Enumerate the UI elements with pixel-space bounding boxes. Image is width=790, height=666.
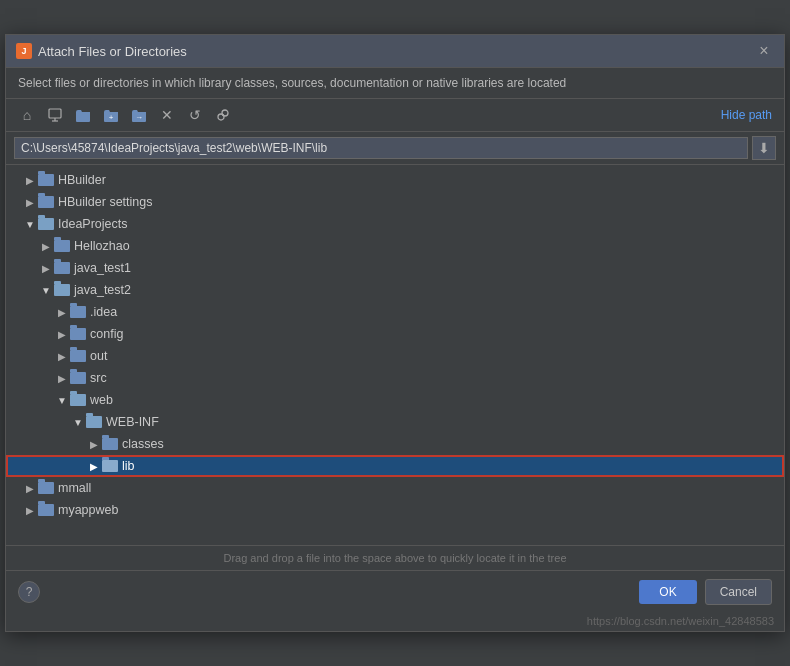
tree-item[interactable]: ▶ mmall bbox=[6, 477, 784, 499]
ok-button[interactable]: OK bbox=[639, 580, 696, 604]
new-folder-button[interactable]: + bbox=[98, 103, 124, 127]
tree-item[interactable]: ▶ HBuilder settings bbox=[6, 191, 784, 213]
svg-text:→: → bbox=[135, 113, 143, 122]
item-label: lib bbox=[122, 459, 135, 473]
folder-icon bbox=[38, 196, 54, 208]
item-label: myappweb bbox=[58, 503, 118, 517]
arrow-icon: ▶ bbox=[54, 370, 70, 386]
url-bar: https://blog.csdn.net/weixin_42848583 bbox=[6, 613, 784, 631]
item-label: java_test1 bbox=[74, 261, 131, 275]
item-label: web bbox=[90, 393, 113, 407]
item-label: .idea bbox=[90, 305, 117, 319]
refresh-button[interactable]: ↺ bbox=[182, 103, 208, 127]
tree-item[interactable]: ▼ IdeaProjects bbox=[6, 213, 784, 235]
folder-icon bbox=[38, 174, 54, 186]
item-label: java_test2 bbox=[74, 283, 131, 297]
arrow-icon: ▶ bbox=[54, 326, 70, 342]
item-label: IdeaProjects bbox=[58, 217, 127, 231]
folder-icon bbox=[70, 372, 86, 384]
toolbar-buttons: ⌂ + → ✕ ↺ bbox=[14, 103, 236, 127]
folder-icon bbox=[86, 416, 102, 428]
tree-item[interactable]: ▶ config bbox=[6, 323, 784, 345]
folder-icon bbox=[70, 328, 86, 340]
folder-icon bbox=[102, 460, 118, 472]
tree-item[interactable]: ▶ src bbox=[6, 367, 784, 389]
drag-hint: Drag and drop a file into the space abov… bbox=[6, 545, 784, 570]
file-tree: ▶ HBuilder ▶ HBuilder settings ▼ IdeaPro… bbox=[6, 165, 784, 545]
folder-icon bbox=[70, 350, 86, 362]
tree-item[interactable]: ▼ web bbox=[6, 389, 784, 411]
path-bar: ⬇ bbox=[6, 132, 784, 165]
dialog-title: Attach Files or Directories bbox=[38, 44, 187, 59]
folder-icon bbox=[54, 262, 70, 274]
item-label: config bbox=[90, 327, 123, 341]
arrow-icon: ▶ bbox=[22, 480, 38, 496]
footer-right: OK Cancel bbox=[639, 579, 772, 605]
title-bar-left: J Attach Files or Directories bbox=[16, 43, 187, 59]
tree-item[interactable]: ▶ out bbox=[6, 345, 784, 367]
footer: ? OK Cancel bbox=[6, 570, 784, 613]
tree-item[interactable]: ▶ myappweb bbox=[6, 499, 784, 521]
arrow-icon: ▶ bbox=[54, 348, 70, 364]
arrow-icon: ▶ bbox=[86, 436, 102, 452]
desktop-button[interactable] bbox=[42, 103, 68, 127]
tree-item[interactable]: ▶ HBuilder bbox=[6, 169, 784, 191]
tree-item[interactable]: ▶ classes bbox=[6, 433, 784, 455]
item-label: Hellozhao bbox=[74, 239, 130, 253]
arrow-icon: ▼ bbox=[22, 216, 38, 232]
arrow-icon: ▼ bbox=[70, 414, 86, 430]
tree-item[interactable]: ▼ WEB-INF bbox=[6, 411, 784, 433]
arrow-icon: ▶ bbox=[54, 304, 70, 320]
folder-icon bbox=[70, 306, 86, 318]
item-label: WEB-INF bbox=[106, 415, 159, 429]
folder-icon bbox=[54, 284, 70, 296]
arrow-icon: ▶ bbox=[22, 194, 38, 210]
path-download-button[interactable]: ⬇ bbox=[752, 136, 776, 160]
toolbar: ⌂ + → ✕ ↺ Hide path bbox=[6, 99, 784, 132]
arrow-icon: ▶ bbox=[38, 238, 54, 254]
arrow-icon: ▶ bbox=[22, 502, 38, 518]
footer-left: ? bbox=[18, 581, 40, 603]
tree-item[interactable]: ▼ java_test2 bbox=[6, 279, 784, 301]
item-label: HBuilder settings bbox=[58, 195, 153, 209]
link-button[interactable] bbox=[210, 103, 236, 127]
item-label: src bbox=[90, 371, 107, 385]
svg-text:+: + bbox=[109, 113, 114, 122]
folder-link-button[interactable]: → bbox=[126, 103, 152, 127]
arrow-icon: ▶ bbox=[86, 458, 102, 474]
folder-icon bbox=[54, 240, 70, 252]
close-button[interactable]: × bbox=[754, 41, 774, 61]
cancel-button[interactable]: Cancel bbox=[705, 579, 772, 605]
folder-icon bbox=[38, 482, 54, 494]
arrow-icon: ▼ bbox=[38, 282, 54, 298]
folder-icon bbox=[70, 394, 86, 406]
item-label: HBuilder bbox=[58, 173, 106, 187]
help-button[interactable]: ? bbox=[18, 581, 40, 603]
item-label: mmall bbox=[58, 481, 91, 495]
delete-button[interactable]: ✕ bbox=[154, 103, 180, 127]
dialog-description: Select files or directories in which lib… bbox=[6, 68, 784, 99]
item-label: classes bbox=[122, 437, 164, 451]
svg-rect-0 bbox=[49, 109, 61, 118]
hide-path-button[interactable]: Hide path bbox=[717, 106, 776, 124]
tree-item[interactable]: ▶ Hellozhao bbox=[6, 235, 784, 257]
folder-button[interactable] bbox=[70, 103, 96, 127]
path-input[interactable] bbox=[14, 137, 748, 159]
app-icon: J bbox=[16, 43, 32, 59]
title-bar: J Attach Files or Directories × bbox=[6, 35, 784, 68]
arrow-icon: ▼ bbox=[54, 392, 70, 408]
tree-item[interactable]: ▶ java_test1 bbox=[6, 257, 784, 279]
tree-item[interactable]: ▶ .idea bbox=[6, 301, 784, 323]
tree-item-lib[interactable]: ▶ lib bbox=[6, 455, 784, 477]
svg-line-7 bbox=[223, 115, 224, 116]
arrow-icon: ▶ bbox=[38, 260, 54, 276]
home-button[interactable]: ⌂ bbox=[14, 103, 40, 127]
attach-files-dialog: J Attach Files or Directories × Select f… bbox=[5, 34, 785, 632]
folder-icon bbox=[102, 438, 118, 450]
folder-icon bbox=[38, 504, 54, 516]
item-label: out bbox=[90, 349, 107, 363]
folder-icon bbox=[38, 218, 54, 230]
arrow-icon: ▶ bbox=[22, 172, 38, 188]
